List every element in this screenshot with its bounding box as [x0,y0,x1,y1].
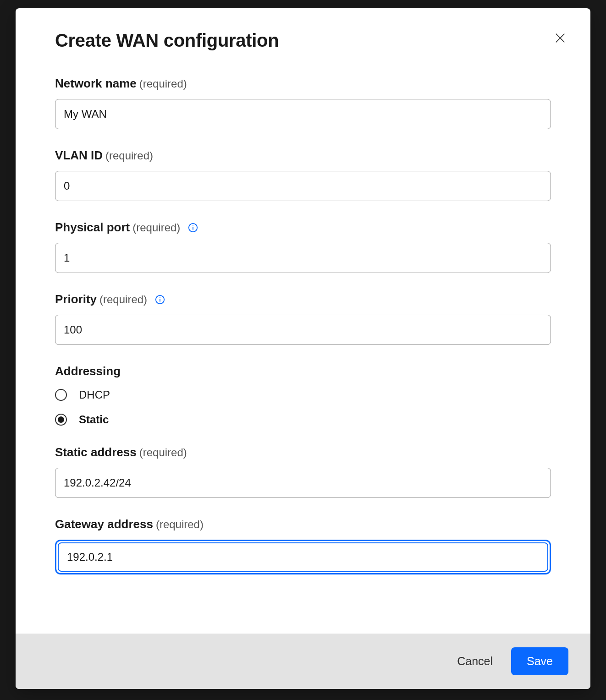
radio-label: DHCP [79,388,110,401]
cancel-button[interactable]: Cancel [455,650,495,673]
gateway-address-input[interactable] [58,542,548,572]
label-text: Gateway address [55,517,153,531]
priority-input[interactable] [55,315,551,345]
field-priority: Priority(required) [55,292,551,345]
radio-label: Static [79,413,109,426]
field-static-address: Static address (required) [55,445,551,498]
priority-label: Priority(required) [55,292,551,306]
field-vlan-id: VLAN ID (required) [55,148,551,201]
required-text: (required) [139,77,187,90]
save-button[interactable]: Save [511,647,568,675]
label-text: VLAN ID [55,148,103,163]
addressing-option-static[interactable]: Static [55,413,551,426]
gateway-address-label: Gateway address (required) [55,517,551,531]
required-text: (required) [156,518,204,531]
close-icon [554,32,567,46]
addressing-group: Addressing DHCP Static [55,364,551,426]
field-physical-port: Physical port (required) [55,220,551,273]
required-text: (required) [139,446,187,459]
modal-title: Create WAN configuration [55,30,551,51]
svg-point-2 [193,225,193,226]
modal-body: Create WAN configuration Network name (r… [16,8,590,634]
label-text: Priority [55,292,97,306]
svg-point-5 [160,297,160,298]
close-button[interactable] [552,30,568,47]
focused-input-wrapper [55,540,551,574]
physical-port-input[interactable] [55,243,551,273]
addressing-heading: Addressing [55,364,551,378]
info-icon[interactable] [187,222,198,233]
required-text: (required) [105,149,153,162]
label-text: Network name [55,77,137,91]
network-name-input[interactable] [55,99,551,129]
radio-icon [55,414,67,426]
field-gateway-address: Gateway address (required) [55,517,551,574]
vlan-id-input[interactable] [55,171,551,201]
network-name-label: Network name (required) [55,77,551,91]
addressing-option-dhcp[interactable]: DHCP [55,388,551,401]
vlan-id-label: VLAN ID (required) [55,148,551,163]
static-address-input[interactable] [55,468,551,498]
field-network-name: Network name (required) [55,77,551,129]
label-text: Static address [55,445,137,459]
physical-port-label: Physical port (required) [55,220,551,235]
static-address-label: Static address (required) [55,445,551,459]
modal-footer: Cancel Save [16,634,590,689]
info-icon[interactable] [154,294,165,305]
radio-icon [55,389,67,401]
label-text: Physical port [55,220,130,235]
create-wan-modal: Create WAN configuration Network name (r… [16,8,590,689]
required-text: (required) [99,293,147,306]
required-text: (required) [132,221,180,234]
